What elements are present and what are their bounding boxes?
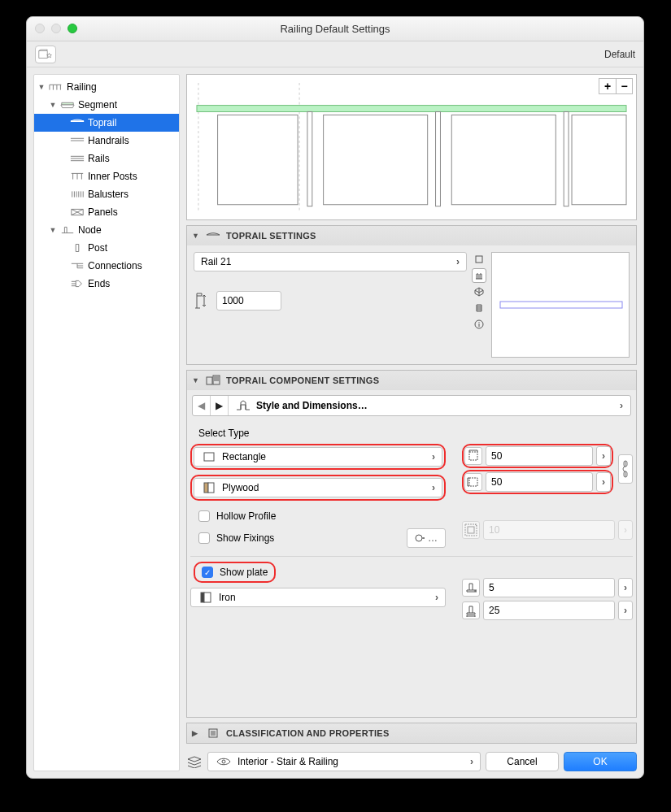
- svg-rect-7: [307, 111, 312, 206]
- panels-icon: [70, 207, 85, 217]
- plate-height-more[interactable]: ›: [618, 578, 633, 597]
- tree-item-node[interactable]: ▼ Node: [34, 221, 179, 239]
- post-icon: [70, 243, 85, 253]
- tree-item-post[interactable]: Post: [34, 239, 179, 257]
- tree-item-inner-posts[interactable]: Inner Posts: [34, 167, 179, 185]
- favorites-button[interactable]: [35, 46, 56, 63]
- svg-rect-10: [572, 115, 626, 204]
- section-classification: ▶ CLASSIFICATION AND PROPERTIES: [186, 723, 637, 744]
- nav-next-button[interactable]: ▶: [211, 396, 229, 415]
- iron-icon: [198, 590, 214, 605]
- hollow-profile-row[interactable]: Hollow Profile: [190, 507, 446, 525]
- svg-rect-25: [204, 593, 211, 602]
- svg-rect-11: [476, 256, 482, 263]
- material-combo[interactable]: Plywood ›: [194, 478, 442, 497]
- classification-icon: [205, 726, 221, 740]
- plate-height-input[interactable]: 5: [483, 578, 615, 597]
- height-more-button[interactable]: ›: [596, 472, 611, 492]
- tree-item-railing[interactable]: ▼ Railing: [34, 78, 179, 96]
- section-component-settings: ▼ TOPRAIL COMPONENT SETTINGS ◀ ▶ Style a…: [186, 370, 637, 718]
- show-plate-checkbox[interactable]: ✓: [202, 567, 213, 578]
- svg-rect-14: [207, 377, 212, 384]
- plate-material-combo[interactable]: Iron ›: [190, 588, 446, 607]
- height-dim-input[interactable]: 50: [486, 472, 593, 492]
- svg-rect-23: [465, 524, 477, 536]
- section-header-toprail[interactable]: ▼ TOPRAIL SETTINGS: [187, 226, 636, 245]
- section-title: TOPRAIL SETTINGS: [226, 231, 316, 241]
- nav-open-button[interactable]: ›: [612, 396, 630, 415]
- tree-item-balusters[interactable]: Balusters: [34, 185, 179, 203]
- toprail-icon: [70, 118, 85, 128]
- show-plate-row[interactable]: ✓ Show plate: [197, 565, 272, 580]
- tree-item-toprail[interactable]: Toprail: [34, 114, 179, 132]
- fixings-options-button[interactable]: …: [407, 528, 446, 548]
- tree-item-panels[interactable]: Panels: [34, 203, 179, 221]
- height-icon: [194, 293, 210, 308]
- chevron-right-icon: ›: [432, 451, 435, 462]
- plate-width-input[interactable]: 25: [483, 601, 615, 620]
- toprail-section-icon: [205, 228, 221, 243]
- section-header-component[interactable]: ▼ TOPRAIL COMPONENT SETTINGS: [187, 371, 636, 390]
- rails-icon: [70, 154, 85, 163]
- plywood-icon: [201, 480, 217, 495]
- content: ▼ Railing ▼ Segment Toprail Handrails: [27, 67, 643, 778]
- view-elevation-button[interactable]: [472, 268, 486, 283]
- tree-item-ends[interactable]: Ends: [34, 275, 179, 293]
- info-button[interactable]: [472, 317, 486, 332]
- svg-rect-16: [204, 453, 214, 461]
- dialog-footer: Interior - Stair & Railing › Cancel OK: [186, 749, 637, 771]
- fixings-label: Show Fixings: [216, 532, 274, 544]
- minimize-button[interactable]: [51, 24, 61, 33]
- hollow-checkbox[interactable]: [198, 510, 210, 522]
- svg-rect-3: [197, 106, 626, 112]
- railing-preview: + −: [186, 74, 637, 220]
- width-more-button[interactable]: ›: [596, 446, 611, 466]
- svg-rect-21: [469, 478, 477, 486]
- view-2d-button[interactable]: [472, 252, 486, 267]
- svg-point-27: [222, 760, 225, 763]
- tree-item-connections[interactable]: Connections: [34, 257, 179, 275]
- preview-drawing: [195, 83, 628, 211]
- svg-rect-9: [564, 111, 569, 206]
- select-type-label: Select Type: [190, 428, 633, 444]
- offset-icon: [462, 521, 480, 539]
- ok-button[interactable]: OK: [564, 752, 637, 771]
- preview-mode-buttons: [472, 252, 486, 332]
- tree-sidebar: ▼ Railing ▼ Segment Toprail Handrails: [33, 74, 180, 771]
- view-section-button[interactable]: [472, 301, 486, 315]
- link-dims-button[interactable]: [618, 454, 633, 484]
- component-section-icon: [205, 373, 221, 388]
- connections-icon: [70, 261, 85, 271]
- section-title: CLASSIFICATION AND PROPERTIES: [226, 728, 390, 738]
- svg-rect-13: [500, 302, 622, 308]
- railing-icon: [49, 82, 63, 92]
- close-button[interactable]: [35, 24, 45, 33]
- node-icon: [60, 225, 75, 235]
- height-input[interactable]: 1000: [216, 291, 281, 310]
- tree-item-handrails[interactable]: Handrails: [34, 132, 179, 150]
- layer-combo[interactable]: Interior - Stair & Railing ›: [207, 752, 481, 771]
- cancel-button[interactable]: Cancel: [486, 752, 559, 771]
- svg-rect-8: [436, 111, 441, 206]
- width-input[interactable]: 50: [486, 446, 593, 466]
- rail-type-combo[interactable]: Rail 21 ›: [194, 252, 467, 271]
- segment-icon: [60, 100, 75, 110]
- section-header-classification[interactable]: ▶ CLASSIFICATION AND PROPERTIES: [187, 723, 636, 743]
- nav-prev-button[interactable]: ◀: [193, 396, 211, 415]
- offset-more-button: ›: [618, 520, 633, 540]
- disclosure-icon: ▼: [192, 376, 200, 384]
- chevron-right-icon: ›: [470, 756, 473, 767]
- tree-item-segment[interactable]: ▼ Segment: [34, 96, 179, 114]
- rectangle-icon: [201, 449, 217, 464]
- fixings-checkbox[interactable]: [198, 532, 210, 544]
- style-icon: [235, 398, 251, 413]
- shape-combo[interactable]: Rectangle ›: [194, 447, 442, 467]
- plate-width-more[interactable]: ›: [618, 601, 633, 620]
- zoom-button[interactable]: [68, 24, 77, 33]
- chevron-right-icon: ›: [435, 592, 438, 603]
- view-3d-button[interactable]: [472, 284, 486, 299]
- svg-rect-18: [208, 483, 214, 493]
- nav-page-combo[interactable]: Style and Dimensions…: [229, 396, 612, 415]
- ends-icon: [70, 279, 85, 289]
- tree-item-rails[interactable]: Rails: [34, 150, 179, 167]
